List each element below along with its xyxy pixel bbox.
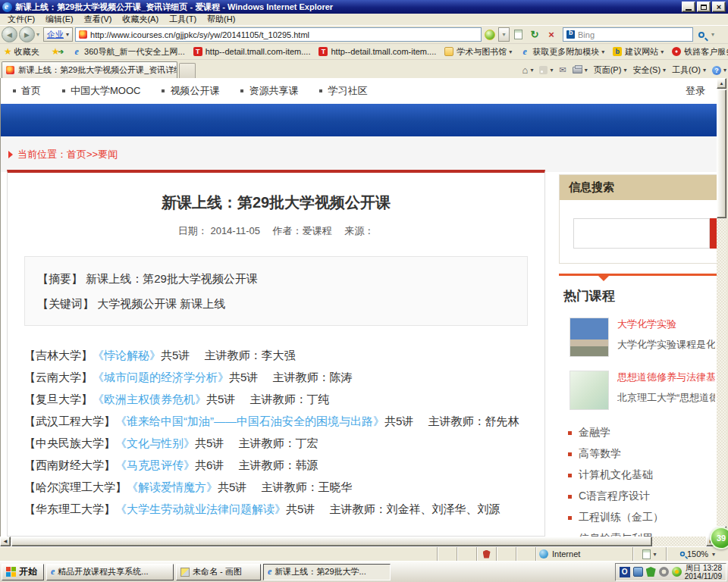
refresh-button[interactable]: ↻ [526,27,543,42]
course-row: 【云南大学】《城市问题的经济学分析》共5讲 主讲教师：陈涛 [24,366,528,388]
taskbar-task-paint[interactable]: 未命名 - 画图 [176,564,261,580]
addon-orb-button[interactable] [482,27,498,42]
menu-tools[interactable]: 工具(T) [164,13,202,26]
tray-utility-icon[interactable] [659,567,669,577]
search-options-icon[interactable]: ▾ [711,31,714,38]
page-fit-button[interactable] [632,547,666,561]
course-link[interactable]: 《马克思评传》 [115,458,195,471]
new-tab-button[interactable] [179,63,196,78]
course-link-item[interactable]: 工程训练（金工） [563,507,715,528]
tools-menu-button[interactable]: 工具(O) [672,64,706,76]
vertical-scroll-thumb[interactable] [717,89,726,218]
course-link[interactable]: 《欧洲主权债券危机》 [93,393,206,405]
scroll-left-button[interactable]: ◀ [0,537,11,546]
course-link-item[interactable]: 计算机文化基础 [563,465,715,486]
tab-favicon [6,66,14,74]
feeds-button[interactable] [539,66,553,74]
tray-app-icon[interactable]: O [620,567,630,577]
search-input[interactable]: Bing [563,27,693,42]
restore-button[interactable] [697,2,711,12]
sidebar-search-input[interactable] [573,218,710,249]
page-menu-button[interactable]: 页面(P) [594,64,627,76]
abstract-box: 【摘要】 新课上线：第29批大学视频公开课 【关键词】 大学视频公开课 新课上线 [24,256,528,326]
sidebar-search-button[interactable] [710,218,717,249]
favorites-button[interactable]: ★收藏夹 [4,46,39,58]
nav-community[interactable]: 学习社区 [319,84,367,98]
address-dropdown-button[interactable]: ▾ [498,27,510,42]
favorite-link-tmall-1[interactable]: Thttp--detail.tmall.com-item.... [193,47,311,56]
favorite-folder-academic[interactable]: 学术与图书馆 [444,46,512,58]
history-dropdown-icon[interactable]: ▾ [36,31,39,38]
tray-clock[interactable]: 周日 13:28 2014/11/09 [685,564,722,580]
back-button[interactable]: ◀ [2,27,17,42]
course-link-item[interactable]: C语言程序设计 [563,486,715,507]
breadcrumb[interactable]: 当前位置：首页>>要闻 [8,148,118,161]
status-segment [457,547,476,561]
start-button[interactable]: 开始 [2,564,44,580]
menu-edit[interactable]: 编辑(E) [40,13,79,26]
add-favorite-button[interactable]: ★➔ [52,46,64,57]
tab-current[interactable]: 新课上线：第29批大学视频公开课_资讯详细页 -... [2,61,177,78]
star-icon: ★ [4,46,12,57]
horizontal-scroll-thumb[interactable] [11,537,652,546]
close-button[interactable]: × [712,2,726,12]
menu-view[interactable]: 查看(V) [79,13,118,26]
course-link[interactable]: 《解读爱情魔方》 [127,480,218,493]
favorite-link-railway[interactable]: 铁路客户服务中心 [672,46,728,58]
stop-button[interactable]: × [543,27,560,42]
course-link-item[interactable]: 信息检索与利用 [563,528,715,537]
menu-file[interactable]: 文件(F) [2,13,40,26]
refresh-icon: ↻ [531,29,539,40]
security-shield-icon[interactable] [646,567,656,577]
browser-viewport: 首页 中国大学MOOC 视频公开课 资源共享课 学习社区 登录 当前位置：首页>… [0,78,717,537]
nav-shared-resources[interactable]: 资源共享课 [240,84,298,98]
horizontal-scrollbar[interactable]: ◀ ▶ [0,537,717,546]
speedup-ball-badge[interactable]: 39 [710,527,728,549]
network-icon[interactable] [633,567,643,577]
menu-favorites[interactable]: 收藏夹(A) [117,13,164,26]
forward-button[interactable]: ▶ [19,27,35,42]
featured-course[interactable]: 大学化学实验 大学化学实验课程是化 [563,318,715,365]
nav-home[interactable]: 首页 [13,84,41,98]
safety-menu-button[interactable]: 安全(S) [632,64,666,76]
featured-course[interactable]: 思想道德修养与法律基 北京理工大学“思想道德 [563,371,715,418]
course-link[interactable]: 《文化与性别》 [115,436,195,449]
favorite-link-suggested[interactable]: b建议网站 [613,46,664,58]
minimize-icon [686,9,692,11]
course-link[interactable]: 《城市问题的经济学分析》 [93,371,229,383]
course-link-item[interactable]: 金融学 [563,422,715,443]
favorite-link-addons[interactable]: e获取更多附加模块 [520,46,604,58]
zone-button[interactable]: 企业 [43,27,73,42]
compatibility-view-button[interactable] [510,27,526,42]
scroll-up-button[interactable]: ▲ [717,78,726,89]
security-zone: Internet [535,547,632,561]
read-mail-button[interactable]: ✉ [559,65,566,75]
home-button[interactable]: ⌂ [522,64,534,76]
article-panel: 新课上线：第29批大学视频公开课 日期： 2014-11-05 作者：爱课程 来… [7,170,545,537]
course-row: 【吉林大学】《悖论解秘》共5讲 主讲教师：李大强 [24,344,528,366]
taskbar-task-courses[interactable]: e精品开放课程共享系统... [46,564,174,580]
print-button[interactable] [573,67,588,74]
favorite-link-tmall-2[interactable]: Thttp--detail.tmall.com-item.... [318,47,436,56]
featured-course-desc: 大学化学实验课程是化 [617,338,715,352]
menu-help[interactable]: 帮助(H) [202,13,240,26]
address-input[interactable]: http://www.icourses.cn/gjjpkc/sy/yw/2014… [75,27,482,42]
featured-course-title[interactable]: 思想道德修养与法律基 [617,371,715,384]
favorite-link-360[interactable]: e360导航_新一代安全上网... [72,46,185,58]
login-link[interactable]: 登录 [686,84,705,98]
help-button[interactable]: ? [712,66,726,75]
nav-open-video[interactable]: 视频公开课 [162,84,219,98]
antivirus-ball-icon[interactable] [672,567,682,577]
minimize-button[interactable] [682,2,695,12]
course-link[interactable]: 《悖论解秘》 [93,349,161,361]
vertical-scrollbar[interactable]: ▲ ▼ [717,78,726,537]
taskbar-task-active[interactable]: e新课上线：第29批大学... [263,564,391,580]
featured-course-title[interactable]: 大学化学实验 [617,318,715,331]
search-go-button[interactable] [693,27,710,42]
course-thumbnail [570,318,609,357]
nav-mooc[interactable]: 中国大学MOOC [62,84,140,98]
course-link-item[interactable]: 高等数学 [563,443,715,465]
course-link[interactable]: 《大学生劳动就业法律问题解读》 [115,502,286,515]
course-link[interactable]: 《谁来给中国“加油”——中国石油安全的困境与出路》 [115,415,384,427]
stop-icon: × [548,29,554,40]
